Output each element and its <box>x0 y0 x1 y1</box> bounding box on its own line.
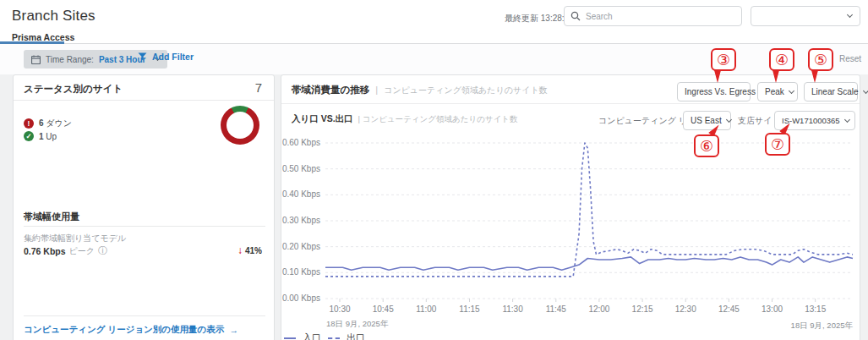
metric-dropdown-value: Ingress Vs. Egress <box>685 87 756 96</box>
sites-total-count: 7 <box>255 80 262 95</box>
funnel-icon <box>138 52 147 61</box>
svg-text:0.00 Kbps: 0.00 Kbps <box>282 293 320 303</box>
chart-legend: 入口 出口 <box>284 332 365 340</box>
status-card-header: ステータス別のサイト 7 <box>14 75 274 101</box>
svg-text:0.40 Kbps: 0.40 Kbps <box>282 189 320 199</box>
arrow-right-icon: → <box>229 325 238 335</box>
bandwidth-trend-card: 帯域消費量の推移 | コンピューティング領域あたりのサイト数 Ingress V… <box>281 74 860 340</box>
svg-text:10:30: 10:30 <box>329 304 350 314</box>
annotation-3-callout: ③ <box>711 48 736 71</box>
svg-text:0.30 Kbps: 0.30 Kbps <box>282 216 320 225</box>
egress-line-sample <box>328 337 340 339</box>
scale-dropdown[interactable]: Linear Scale <box>804 82 858 101</box>
down-count: 6 <box>39 118 44 128</box>
svg-text:0.20 Kbps: 0.20 Kbps <box>282 242 320 251</box>
time-range-label: Time Range: <box>46 55 94 64</box>
page: Branch Sites 最終更新 13:28:33 Prisma Access… <box>0 0 868 340</box>
svg-text:11:30: 11:30 <box>502 304 523 314</box>
svg-text:10:45: 10:45 <box>373 304 394 314</box>
bandwidth-peak-suffix: ピーク <box>69 245 95 257</box>
svg-text:13:00: 13:00 <box>762 304 783 314</box>
trend-title: 帯域消費量の推移 <box>292 84 369 96</box>
svg-text:12:00: 12:00 <box>588 304 609 314</box>
annotation-6-callout: ⑥ <box>694 134 719 157</box>
arrow-down-icon: ↓ <box>237 244 243 256</box>
divider <box>24 315 265 316</box>
bandwidth-peak-value: 0.76 Kbps <box>24 246 66 256</box>
svg-text:13:15: 13:15 <box>805 304 826 314</box>
search-input[interactable] <box>586 12 729 21</box>
account-dropdown[interactable] <box>751 6 860 26</box>
aggregation-dropdown[interactable]: Peak <box>757 82 798 101</box>
sites-by-status-card: ステータス別のサイト 7 ! 6 ダウン ✓ 1 Up 帯域幅使用量 集約帯域幅… <box>13 74 275 340</box>
bandwidth-model-label: 集約帯域幅割り当てモデル <box>24 233 126 244</box>
add-filter-button[interactable]: Add Filter <box>138 52 194 62</box>
status-donut-chart[interactable] <box>221 106 259 145</box>
status-card-title: ステータス別のサイト <box>24 83 123 96</box>
filter-bar: Time Range: Past 3 Hour Add Filter Reset <box>0 44 868 74</box>
annotation-5-pointer <box>811 70 818 83</box>
top-bar: Branch Sites 最終更新 13:28:33 <box>0 0 868 32</box>
divider <box>24 226 265 227</box>
status-legend-down[interactable]: ! 6 ダウン <box>24 118 72 129</box>
svg-text:12:15: 12:15 <box>632 304 653 314</box>
annotation-3-pointer <box>714 70 721 83</box>
ingress-line-sample <box>284 337 296 339</box>
aggregation-dropdown-value: Peak <box>765 87 784 96</box>
x-axis-date-left: 18日 9月, 2025年 <box>326 319 388 330</box>
donut-hole <box>227 112 254 139</box>
svg-text:0.10 Kbps: 0.10 Kbps <box>282 267 320 277</box>
legend-ingress-label: 入口 <box>303 332 321 340</box>
chevron-down-icon <box>789 87 794 93</box>
svg-text:11:00: 11:00 <box>416 304 437 314</box>
search-box[interactable] <box>564 6 742 26</box>
svg-text:12:45: 12:45 <box>718 304 740 314</box>
scale-dropdown-value: Linear Scale <box>811 87 859 96</box>
metric-dropdown[interactable]: Ingress Vs. Egress <box>677 82 751 101</box>
chevron-down-icon <box>844 116 850 122</box>
svg-text:0.50 Kbps: 0.50 Kbps <box>282 164 320 173</box>
add-filter-label: Add Filter <box>152 52 194 62</box>
up-status-icon: ✓ <box>24 131 34 141</box>
clock-calendar-icon <box>31 55 41 64</box>
svg-text:11:15: 11:15 <box>459 304 480 314</box>
annotation-4-pointer <box>772 70 779 83</box>
chart-subtitle: | コンピューティング領域あたりのサイト数 <box>358 114 518 125</box>
search-icon <box>570 11 581 21</box>
trend-subtitle: コンピューティング領域あたりのサイト数 <box>384 85 548 96</box>
down-status-icon: ! <box>24 118 34 129</box>
info-icon[interactable]: ⓘ <box>98 244 107 257</box>
chart-title: 入り口 VS.出口 <box>292 113 353 125</box>
usage-by-region-link[interactable]: コンピューティング リージョン別の使用量の表示 → <box>24 324 238 336</box>
up-count: 1 <box>39 132 44 141</box>
legend-egress-label: 出口 <box>347 332 365 340</box>
bandwidth-delta: ↓ 41% <box>237 244 262 256</box>
up-label: Up <box>46 132 57 141</box>
usage-by-region-link-label: コンピューティング リージョン別の使用量の表示 <box>24 324 224 336</box>
reset-button[interactable]: Reset <box>839 54 861 63</box>
svg-text:11:45: 11:45 <box>546 304 567 314</box>
bandwidth-delta-value: 41% <box>245 246 262 255</box>
status-legend-up[interactable]: ✓ 1 Up <box>24 131 57 141</box>
page-title: Branch Sites <box>12 8 96 25</box>
down-label: ダウン <box>46 118 72 128</box>
annotation-4-callout: ④ <box>769 48 794 71</box>
annotation-7-callout: ⑦ <box>765 133 790 156</box>
bandwidth-peak-row: 0.76 Kbps ピーク ⓘ <box>24 244 107 257</box>
trend-card-header: 帯域消費量の推移 | コンピューティング領域あたりのサイト数 <box>292 84 548 96</box>
svg-text:12:30: 12:30 <box>675 304 696 314</box>
bandwidth-title: 帯域幅使用量 <box>24 211 79 223</box>
chevron-down-icon <box>726 116 732 122</box>
annotation-5-callout: ⑤ <box>808 48 833 71</box>
chart-subheader: 入り口 VS.出口 | コンピューティング領域あたりのサイト数 <box>292 113 518 125</box>
svg-text:0.60 Kbps: 0.60 Kbps <box>282 138 320 147</box>
x-axis-date-right: 18日 9月, 2025年 <box>791 321 853 332</box>
trend-chart-svg[interactable]: 0.60 Kbps0.50 Kbps0.40 Kbps0.30 Kbps0.20… <box>281 128 861 340</box>
chevron-down-icon <box>847 12 853 18</box>
tab-bar: Prisma Access <box>0 32 868 44</box>
title-separator: | <box>375 85 378 95</box>
divider <box>281 103 860 104</box>
